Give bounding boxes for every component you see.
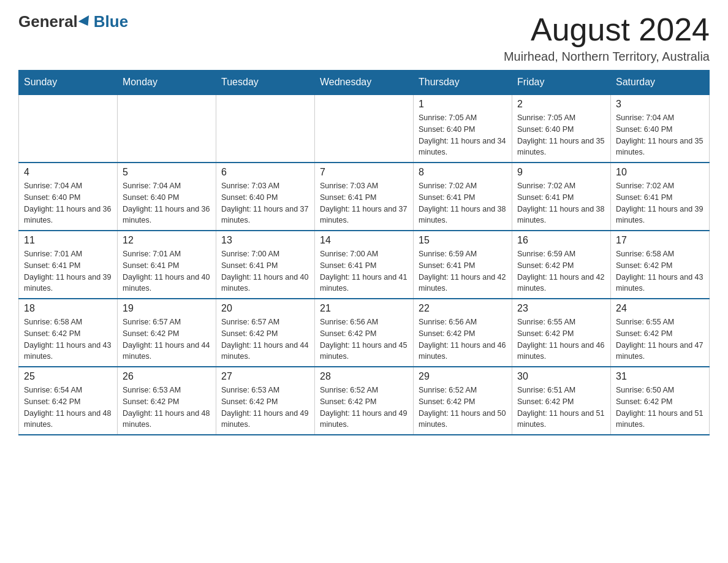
calendar-cell: 8Sunrise: 7:02 AMSunset: 6:41 PMDaylight… <box>414 163 512 231</box>
calendar-week-row: 25Sunrise: 6:54 AMSunset: 6:42 PMDayligh… <box>19 367 710 435</box>
calendar-cell: 21Sunrise: 6:56 AMSunset: 6:42 PMDayligh… <box>315 299 414 367</box>
day-number: 26 <box>123 371 211 382</box>
day-number: 23 <box>517 303 605 314</box>
day-number: 8 <box>419 167 507 178</box>
calendar-cell: 12Sunrise: 7:01 AMSunset: 6:41 PMDayligh… <box>118 231 216 299</box>
day-number: 25 <box>24 371 112 382</box>
day-number: 24 <box>616 303 704 314</box>
calendar-header-row: SundayMondayTuesdayWednesdayThursdayFrid… <box>19 71 710 95</box>
day-info: Sunrise: 6:56 AMSunset: 6:42 PMDaylight:… <box>320 316 408 362</box>
calendar-cell: 9Sunrise: 7:02 AMSunset: 6:41 PMDaylight… <box>512 163 611 231</box>
day-number: 19 <box>123 303 211 314</box>
calendar-cell: 7Sunrise: 7:03 AMSunset: 6:41 PMDaylight… <box>315 163 414 231</box>
day-info: Sunrise: 6:52 AMSunset: 6:42 PMDaylight:… <box>320 385 408 431</box>
calendar-cell: 22Sunrise: 6:56 AMSunset: 6:42 PMDayligh… <box>414 299 512 367</box>
day-number: 10 <box>616 167 704 178</box>
day-info: Sunrise: 7:04 AMSunset: 6:40 PMDaylight:… <box>24 180 112 226</box>
day-info: Sunrise: 7:05 AMSunset: 6:40 PMDaylight:… <box>419 112 507 158</box>
calendar-cell: 15Sunrise: 6:59 AMSunset: 6:41 PMDayligh… <box>414 231 512 299</box>
day-number: 31 <box>616 371 704 382</box>
day-info: Sunrise: 7:01 AMSunset: 6:41 PMDaylight:… <box>24 248 112 294</box>
calendar-week-row: 1Sunrise: 7:05 AMSunset: 6:40 PMDaylight… <box>19 94 710 163</box>
calendar-cell: 30Sunrise: 6:51 AMSunset: 6:42 PMDayligh… <box>512 367 611 435</box>
calendar-cell: 3Sunrise: 7:04 AMSunset: 6:40 PMDaylight… <box>611 94 710 163</box>
day-header-friday: Friday <box>512 71 611 95</box>
month-title: August 2024 <box>504 12 710 47</box>
day-info: Sunrise: 6:58 AMSunset: 6:42 PMDaylight:… <box>24 316 112 362</box>
calendar-cell: 4Sunrise: 7:04 AMSunset: 6:40 PMDaylight… <box>19 163 118 231</box>
day-number: 30 <box>517 371 605 382</box>
day-number: 29 <box>419 371 507 382</box>
day-header-tuesday: Tuesday <box>216 71 315 95</box>
day-header-monday: Monday <box>118 71 216 95</box>
calendar-cell: 16Sunrise: 6:59 AMSunset: 6:42 PMDayligh… <box>512 231 611 299</box>
calendar-cell: 23Sunrise: 6:55 AMSunset: 6:42 PMDayligh… <box>512 299 611 367</box>
day-number: 9 <box>517 167 605 178</box>
calendar-week-row: 18Sunrise: 6:58 AMSunset: 6:42 PMDayligh… <box>19 299 710 367</box>
day-number: 7 <box>320 167 408 178</box>
day-number: 18 <box>24 303 112 314</box>
day-info: Sunrise: 7:05 AMSunset: 6:40 PMDaylight:… <box>517 112 605 158</box>
day-info: Sunrise: 6:53 AMSunset: 6:42 PMDaylight:… <box>221 385 309 431</box>
day-number: 20 <box>221 303 309 314</box>
calendar-cell: 10Sunrise: 7:02 AMSunset: 6:41 PMDayligh… <box>611 163 710 231</box>
day-header-saturday: Saturday <box>611 71 710 95</box>
day-number: 21 <box>320 303 408 314</box>
day-header-thursday: Thursday <box>414 71 512 95</box>
calendar-cell <box>19 94 118 163</box>
calendar-table: SundayMondayTuesdayWednesdayThursdayFrid… <box>18 70 710 435</box>
day-info: Sunrise: 6:50 AMSunset: 6:42 PMDaylight:… <box>616 385 704 431</box>
day-info: Sunrise: 6:56 AMSunset: 6:42 PMDaylight:… <box>419 316 507 362</box>
day-info: Sunrise: 6:59 AMSunset: 6:42 PMDaylight:… <box>517 248 605 294</box>
logo: General Blue <box>18 12 128 31</box>
day-number: 3 <box>616 99 704 110</box>
day-info: Sunrise: 7:01 AMSunset: 6:41 PMDaylight:… <box>123 248 211 294</box>
day-info: Sunrise: 6:54 AMSunset: 6:42 PMDaylight:… <box>24 385 112 431</box>
calendar-cell: 27Sunrise: 6:53 AMSunset: 6:42 PMDayligh… <box>216 367 315 435</box>
day-info: Sunrise: 7:00 AMSunset: 6:41 PMDaylight:… <box>221 248 309 294</box>
day-number: 17 <box>616 235 704 246</box>
day-info: Sunrise: 6:55 AMSunset: 6:42 PMDaylight:… <box>517 316 605 362</box>
day-header-wednesday: Wednesday <box>315 71 414 95</box>
day-number: 28 <box>320 371 408 382</box>
logo-general-text: General <box>18 12 78 31</box>
calendar-cell: 31Sunrise: 6:50 AMSunset: 6:42 PMDayligh… <box>611 367 710 435</box>
title-section: August 2024 Muirhead, Northern Territory… <box>504 12 710 64</box>
calendar-cell: 24Sunrise: 6:55 AMSunset: 6:42 PMDayligh… <box>611 299 710 367</box>
logo-blue-text: Blue <box>94 12 128 31</box>
day-info: Sunrise: 6:57 AMSunset: 6:42 PMDaylight:… <box>123 316 211 362</box>
logo-arrow-icon <box>78 15 93 28</box>
day-number: 13 <box>221 235 309 246</box>
day-info: Sunrise: 6:51 AMSunset: 6:42 PMDaylight:… <box>517 385 605 431</box>
day-info: Sunrise: 7:03 AMSunset: 6:40 PMDaylight:… <box>221 180 309 226</box>
calendar-cell: 29Sunrise: 6:52 AMSunset: 6:42 PMDayligh… <box>414 367 512 435</box>
day-info: Sunrise: 6:52 AMSunset: 6:42 PMDaylight:… <box>419 385 507 431</box>
calendar-cell: 2Sunrise: 7:05 AMSunset: 6:40 PMDaylight… <box>512 94 611 163</box>
day-number: 5 <box>123 167 211 178</box>
day-info: Sunrise: 7:02 AMSunset: 6:41 PMDaylight:… <box>419 180 507 226</box>
day-number: 2 <box>517 99 605 110</box>
calendar-week-row: 4Sunrise: 7:04 AMSunset: 6:40 PMDaylight… <box>19 163 710 231</box>
day-header-sunday: Sunday <box>19 71 118 95</box>
calendar-cell: 25Sunrise: 6:54 AMSunset: 6:42 PMDayligh… <box>19 367 118 435</box>
calendar-cell: 19Sunrise: 6:57 AMSunset: 6:42 PMDayligh… <box>118 299 216 367</box>
day-number: 1 <box>419 99 507 110</box>
page-header: General Blue August 2024 Muirhead, North… <box>18 12 710 64</box>
calendar-cell: 20Sunrise: 6:57 AMSunset: 6:42 PMDayligh… <box>216 299 315 367</box>
day-number: 27 <box>221 371 309 382</box>
day-number: 4 <box>24 167 112 178</box>
day-number: 22 <box>419 303 507 314</box>
calendar-cell: 1Sunrise: 7:05 AMSunset: 6:40 PMDaylight… <box>414 94 512 163</box>
calendar-cell <box>315 94 414 163</box>
calendar-week-row: 11Sunrise: 7:01 AMSunset: 6:41 PMDayligh… <box>19 231 710 299</box>
calendar-cell <box>216 94 315 163</box>
calendar-cell: 26Sunrise: 6:53 AMSunset: 6:42 PMDayligh… <box>118 367 216 435</box>
calendar-cell: 6Sunrise: 7:03 AMSunset: 6:40 PMDaylight… <box>216 163 315 231</box>
day-info: Sunrise: 7:02 AMSunset: 6:41 PMDaylight:… <box>616 180 704 226</box>
location-text: Muirhead, Northern Territory, Australia <box>504 50 710 64</box>
calendar-cell <box>118 94 216 163</box>
day-number: 16 <box>517 235 605 246</box>
day-info: Sunrise: 7:00 AMSunset: 6:41 PMDaylight:… <box>320 248 408 294</box>
calendar-cell: 17Sunrise: 6:58 AMSunset: 6:42 PMDayligh… <box>611 231 710 299</box>
day-info: Sunrise: 6:58 AMSunset: 6:42 PMDaylight:… <box>616 248 704 294</box>
